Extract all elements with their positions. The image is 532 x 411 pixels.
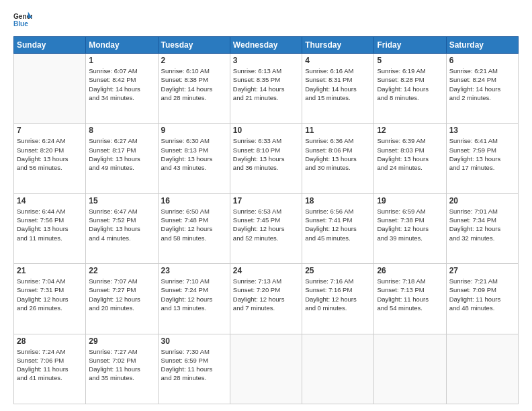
day-info: Sunrise: 6:44 AM Sunset: 7:56 PM Dayligh… <box>17 207 83 242</box>
weekday-header: SundayMondayTuesdayWednesdayThursdayFrid… <box>14 37 519 54</box>
day-info: Sunrise: 6:24 AM Sunset: 8:20 PM Dayligh… <box>17 136 83 172</box>
day-info: Sunrise: 6:30 AM Sunset: 8:13 PM Dayligh… <box>161 136 227 172</box>
day-info: Sunrise: 6:19 AM Sunset: 8:28 PM Dayligh… <box>377 66 443 102</box>
day-info: Sunrise: 7:18 AM Sunset: 7:13 PM Dayligh… <box>377 277 443 312</box>
day-info: Sunrise: 6:33 AM Sunset: 8:10 PM Dayligh… <box>233 136 299 172</box>
day-number: 20 <box>449 196 515 205</box>
day-number: 2 <box>161 56 227 65</box>
weekday-sunday: Sunday <box>14 37 86 54</box>
day-number: 7 <box>17 126 83 135</box>
day-info: Sunrise: 7:07 AM Sunset: 7:27 PM Dayligh… <box>89 277 154 312</box>
calendar-cell: 2Sunrise: 6:10 AM Sunset: 8:38 PM Daylig… <box>158 54 230 124</box>
week-row-4: 28Sunrise: 7:24 AM Sunset: 7:06 PM Dayli… <box>14 334 519 404</box>
day-number: 24 <box>233 266 299 275</box>
calendar-cell: 26Sunrise: 7:18 AM Sunset: 7:13 PM Dayli… <box>374 264 446 334</box>
day-number: 6 <box>449 56 515 65</box>
day-number: 4 <box>305 56 371 65</box>
week-row-2: 14Sunrise: 6:44 AM Sunset: 7:56 PM Dayli… <box>14 193 519 263</box>
day-info: Sunrise: 7:21 AM Sunset: 7:09 PM Dayligh… <box>449 277 515 312</box>
calendar-cell: 19Sunrise: 6:59 AM Sunset: 7:38 PM Dayli… <box>374 193 446 263</box>
day-number: 12 <box>377 126 443 135</box>
calendar-cell: 11Sunrise: 6:36 AM Sunset: 8:06 PM Dayli… <box>302 124 374 193</box>
header: General Blue <box>13 11 519 30</box>
day-info: Sunrise: 6:50 AM Sunset: 7:48 PM Dayligh… <box>161 207 227 242</box>
calendar-cell: 23Sunrise: 7:10 AM Sunset: 7:24 PM Dayli… <box>158 264 230 334</box>
day-number: 21 <box>17 266 83 275</box>
day-number: 9 <box>161 126 227 135</box>
calendar-cell: 4Sunrise: 6:16 AM Sunset: 8:31 PM Daylig… <box>302 54 374 124</box>
calendar-cell: 18Sunrise: 6:56 AM Sunset: 7:41 PM Dayli… <box>302 193 374 263</box>
day-number: 27 <box>449 266 515 275</box>
calendar-cell: 29Sunrise: 7:27 AM Sunset: 7:02 PM Dayli… <box>86 334 158 404</box>
calendar-cell: 25Sunrise: 7:16 AM Sunset: 7:16 PM Dayli… <box>302 264 374 334</box>
day-info: Sunrise: 7:04 AM Sunset: 7:31 PM Dayligh… <box>17 277 83 312</box>
calendar-cell <box>374 334 446 404</box>
day-info: Sunrise: 6:21 AM Sunset: 8:24 PM Dayligh… <box>449 66 515 102</box>
day-info: Sunrise: 6:59 AM Sunset: 7:38 PM Dayligh… <box>377 207 443 242</box>
day-number: 26 <box>377 266 443 275</box>
calendar: SundayMondayTuesdayWednesdayThursdayFrid… <box>13 36 519 404</box>
calendar-cell: 15Sunrise: 6:47 AM Sunset: 7:52 PM Dayli… <box>86 193 158 263</box>
week-row-3: 21Sunrise: 7:04 AM Sunset: 7:31 PM Dayli… <box>14 264 519 334</box>
day-number: 29 <box>89 336 154 346</box>
day-info: Sunrise: 7:24 AM Sunset: 7:06 PM Dayligh… <box>17 347 83 383</box>
day-number: 8 <box>89 126 154 135</box>
calendar-cell <box>230 334 302 404</box>
day-info: Sunrise: 6:47 AM Sunset: 7:52 PM Dayligh… <box>89 207 154 242</box>
calendar-cell: 27Sunrise: 7:21 AM Sunset: 7:09 PM Dayli… <box>446 264 518 334</box>
day-number: 17 <box>233 196 299 205</box>
week-row-0: 1Sunrise: 6:07 AM Sunset: 8:42 PM Daylig… <box>14 54 519 124</box>
weekday-monday: Monday <box>86 37 158 54</box>
calendar-cell: 28Sunrise: 7:24 AM Sunset: 7:06 PM Dayli… <box>14 334 86 404</box>
calendar-cell: 6Sunrise: 6:21 AM Sunset: 8:24 PM Daylig… <box>446 54 518 124</box>
day-number: 23 <box>161 266 227 275</box>
day-info: Sunrise: 6:56 AM Sunset: 7:41 PM Dayligh… <box>305 207 371 242</box>
calendar-cell: 8Sunrise: 6:27 AM Sunset: 8:17 PM Daylig… <box>86 124 158 193</box>
calendar-cell: 12Sunrise: 6:39 AM Sunset: 8:03 PM Dayli… <box>374 124 446 193</box>
day-number: 18 <box>305 196 371 205</box>
day-info: Sunrise: 6:07 AM Sunset: 8:42 PM Dayligh… <box>89 66 154 102</box>
calendar-cell: 9Sunrise: 6:30 AM Sunset: 8:13 PM Daylig… <box>158 124 230 193</box>
calendar-cell: 21Sunrise: 7:04 AM Sunset: 7:31 PM Dayli… <box>14 264 86 334</box>
day-info: Sunrise: 6:10 AM Sunset: 8:38 PM Dayligh… <box>161 66 227 102</box>
logo: General Blue <box>13 11 35 30</box>
day-info: Sunrise: 6:13 AM Sunset: 8:35 PM Dayligh… <box>233 66 299 102</box>
calendar-cell: 5Sunrise: 6:19 AM Sunset: 8:28 PM Daylig… <box>374 54 446 124</box>
calendar-cell: 13Sunrise: 6:41 AM Sunset: 7:59 PM Dayli… <box>446 124 518 193</box>
day-number: 5 <box>377 56 443 65</box>
day-info: Sunrise: 6:36 AM Sunset: 8:06 PM Dayligh… <box>305 136 371 172</box>
day-info: Sunrise: 6:16 AM Sunset: 8:31 PM Dayligh… <box>305 66 371 102</box>
logo-icon: General Blue <box>13 11 32 30</box>
calendar-cell <box>446 334 518 404</box>
weekday-thursday: Thursday <box>302 37 374 54</box>
day-info: Sunrise: 7:16 AM Sunset: 7:16 PM Dayligh… <box>305 277 371 312</box>
weekday-saturday: Saturday <box>446 37 518 54</box>
day-number: 15 <box>89 196 154 205</box>
day-info: Sunrise: 6:27 AM Sunset: 8:17 PM Dayligh… <box>89 136 154 172</box>
day-number: 10 <box>233 126 299 135</box>
calendar-cell: 30Sunrise: 7:30 AM Sunset: 6:59 PM Dayli… <box>158 334 230 404</box>
weekday-friday: Friday <box>374 37 446 54</box>
day-info: Sunrise: 7:27 AM Sunset: 7:02 PM Dayligh… <box>89 347 154 383</box>
day-number: 14 <box>17 196 83 205</box>
svg-text:Blue: Blue <box>13 20 28 28</box>
day-info: Sunrise: 6:39 AM Sunset: 8:03 PM Dayligh… <box>377 136 443 172</box>
calendar-cell: 16Sunrise: 6:50 AM Sunset: 7:48 PM Dayli… <box>158 193 230 263</box>
day-info: Sunrise: 7:13 AM Sunset: 7:20 PM Dayligh… <box>233 277 299 312</box>
day-number: 13 <box>449 126 515 135</box>
day-info: Sunrise: 7:10 AM Sunset: 7:24 PM Dayligh… <box>161 277 227 312</box>
calendar-cell: 10Sunrise: 6:33 AM Sunset: 8:10 PM Dayli… <box>230 124 302 193</box>
weekday-wednesday: Wednesday <box>230 37 302 54</box>
day-number: 16 <box>161 196 227 205</box>
day-number: 1 <box>89 56 154 65</box>
day-number: 30 <box>161 336 227 346</box>
day-number: 22 <box>89 266 154 275</box>
week-row-1: 7Sunrise: 6:24 AM Sunset: 8:20 PM Daylig… <box>14 124 519 193</box>
day-number: 11 <box>305 126 371 135</box>
calendar-cell: 3Sunrise: 6:13 AM Sunset: 8:35 PM Daylig… <box>230 54 302 124</box>
day-number: 25 <box>305 266 371 275</box>
day-info: Sunrise: 6:53 AM Sunset: 7:45 PM Dayligh… <box>233 207 299 242</box>
calendar-cell <box>14 54 86 124</box>
calendar-cell: 1Sunrise: 6:07 AM Sunset: 8:42 PM Daylig… <box>86 54 158 124</box>
calendar-cell <box>302 334 374 404</box>
